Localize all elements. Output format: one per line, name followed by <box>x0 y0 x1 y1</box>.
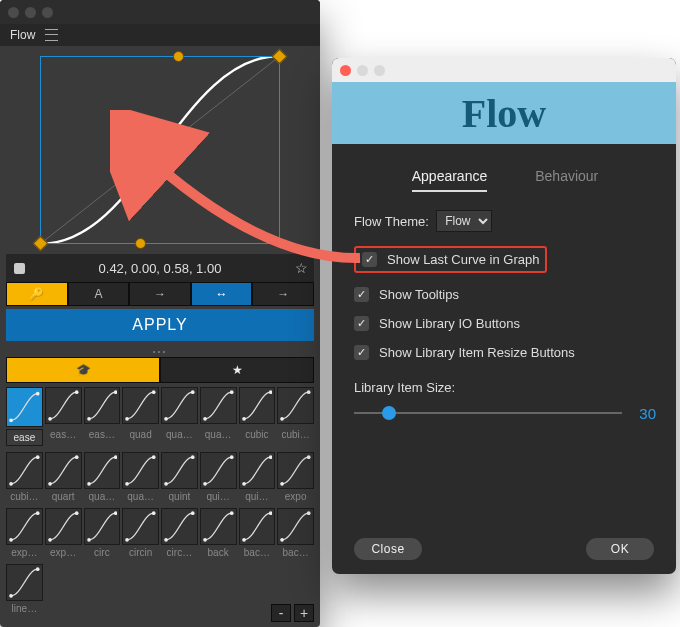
library-item[interactable] <box>45 452 82 489</box>
dialog-banner: Flow <box>332 82 676 144</box>
checkbox-resize-buttons-label: Show Library Item Resize Buttons <box>379 345 575 360</box>
svg-point-36 <box>87 538 91 542</box>
svg-point-41 <box>191 511 195 515</box>
svg-point-18 <box>48 482 52 486</box>
curve-handle-1[interactable] <box>135 238 146 249</box>
svg-point-20 <box>87 482 91 486</box>
library-item[interactable] <box>6 508 43 545</box>
library-item-label: bac… <box>277 547 314 558</box>
favorite-toggle-icon[interactable]: ☆ <box>288 260 314 276</box>
curve-handle-2[interactable] <box>173 51 184 62</box>
svg-point-6 <box>125 417 129 421</box>
mode-arrow-b-button[interactable]: ↔ <box>191 282 253 306</box>
svg-point-44 <box>242 538 246 542</box>
svg-point-45 <box>268 511 272 515</box>
library-item[interactable] <box>84 387 121 424</box>
traffic-light-max[interactable] <box>42 7 53 18</box>
svg-point-34 <box>48 538 52 542</box>
svg-point-17 <box>36 455 40 459</box>
curve-editor[interactable] <box>40 56 280 244</box>
svg-point-22 <box>125 482 129 486</box>
library-item[interactable] <box>277 452 314 489</box>
library-tab-presets[interactable]: 🎓 <box>6 357 160 383</box>
svg-point-33 <box>36 511 40 515</box>
library-item[interactable] <box>277 508 314 545</box>
library-zoom-in-button[interactable]: + <box>294 604 314 622</box>
apply-mode-row: 🔑 A → ↔ → <box>6 282 314 306</box>
library-item-label: expo <box>277 491 314 502</box>
bezier-values[interactable]: 0.42, 0.00, 0.58, 1.00 <box>32 261 288 276</box>
library-item[interactable] <box>239 508 276 545</box>
library-item-label: circ <box>84 547 121 558</box>
mode-key-button[interactable]: 🔑 <box>6 282 68 306</box>
apply-button[interactable]: APPLY <box>6 309 314 341</box>
ok-button[interactable]: OK <box>586 538 654 560</box>
flow-logo: Flow <box>462 90 546 137</box>
svg-point-0 <box>9 418 13 422</box>
svg-point-14 <box>280 417 284 421</box>
library-item[interactable] <box>6 387 43 427</box>
library-item-label: quint <box>161 491 198 502</box>
tab-appearance[interactable]: Appearance <box>412 168 488 192</box>
library-item-label: line… <box>6 603 43 614</box>
window-titlebar <box>0 0 320 24</box>
library-zoom-out-button[interactable]: - <box>271 604 291 622</box>
flow-panel: Flow <box>0 0 320 627</box>
svg-point-4 <box>87 417 91 421</box>
panel-menu-icon[interactable] <box>45 29 58 41</box>
library-item[interactable] <box>122 452 159 489</box>
svg-point-25 <box>191 455 195 459</box>
svg-point-43 <box>230 511 234 515</box>
checkbox-last-curve-label: Show Last Curve in Graph <box>387 252 539 267</box>
library-item[interactable] <box>45 387 82 424</box>
graduation-cap-icon: 🎓 <box>76 363 91 377</box>
checkbox-resize-buttons[interactable]: ✓ <box>354 345 369 360</box>
svg-point-15 <box>307 390 311 394</box>
library-item[interactable] <box>45 508 82 545</box>
checkbox-last-curve[interactable]: ✓ <box>362 252 377 267</box>
svg-point-26 <box>203 482 207 486</box>
dialog-close-icon[interactable] <box>340 65 351 76</box>
library-size-slider[interactable]: 30 <box>354 403 656 423</box>
library-item[interactable] <box>277 387 314 424</box>
svg-point-27 <box>230 455 234 459</box>
checkbox-io-buttons[interactable]: ✓ <box>354 316 369 331</box>
panel-header: Flow <box>0 24 320 46</box>
library-item-label: qua… <box>84 491 121 502</box>
library-item[interactable] <box>200 508 237 545</box>
library-item-label: ease <box>6 429 43 446</box>
library-item[interactable] <box>161 508 198 545</box>
swatch-icon[interactable] <box>6 255 32 281</box>
svg-point-19 <box>75 455 79 459</box>
library-item[interactable] <box>239 452 276 489</box>
library-item[interactable] <box>122 508 159 545</box>
library-item-label: back <box>200 547 237 558</box>
close-button[interactable]: Close <box>354 538 422 560</box>
library-item[interactable] <box>161 387 198 424</box>
theme-select[interactable]: Flow <box>436 210 492 232</box>
library-item[interactable] <box>6 564 43 601</box>
library-item[interactable] <box>6 452 43 489</box>
svg-point-12 <box>242 417 246 421</box>
mode-arrow-a-button[interactable]: → <box>129 282 191 306</box>
mode-text-button[interactable]: A <box>68 282 130 306</box>
library-item[interactable] <box>239 387 276 424</box>
library-item[interactable] <box>84 452 121 489</box>
traffic-light-min[interactable] <box>25 7 36 18</box>
library-item[interactable] <box>84 508 121 545</box>
panel-drag-handle-icon[interactable]: ••• <box>6 347 314 357</box>
tab-behaviour[interactable]: Behaviour <box>535 168 598 192</box>
library-item[interactable] <box>161 452 198 489</box>
library-item-label: qua… <box>161 429 198 446</box>
library-item[interactable] <box>200 387 237 424</box>
checkbox-tooltips[interactable]: ✓ <box>354 287 369 302</box>
library-item-label: circin <box>122 547 159 558</box>
traffic-light-close[interactable] <box>8 7 19 18</box>
library-item[interactable] <box>122 387 159 424</box>
mode-arrow-c-button[interactable]: → <box>252 282 314 306</box>
svg-point-32 <box>9 538 13 542</box>
library-tab-favorites[interactable]: ★ <box>160 357 314 383</box>
checkbox-tooltips-label: Show Tooltips <box>379 287 459 302</box>
library-item[interactable] <box>200 452 237 489</box>
svg-point-35 <box>75 511 79 515</box>
